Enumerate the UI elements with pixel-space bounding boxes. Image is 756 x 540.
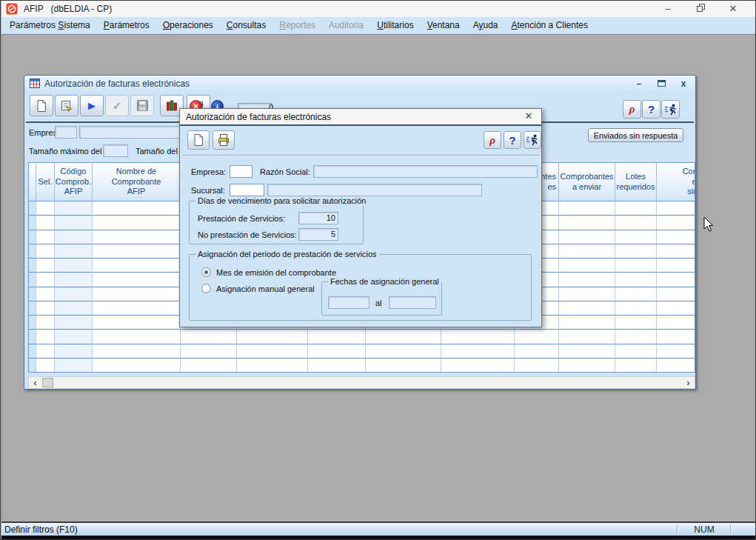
table-cell[interactable]: [55, 359, 93, 373]
table-cell[interactable]: [93, 244, 181, 259]
scroll-right-button[interactable]: ›: [682, 377, 695, 388]
radio-mes-emision[interactable]: [201, 267, 211, 277]
table-cell[interactable]: [657, 359, 695, 373]
dialog-empresa-input[interactable]: [230, 165, 252, 178]
table-cell[interactable]: [93, 287, 181, 301]
new-document-button[interactable]: [30, 95, 53, 116]
child-minimize-button[interactable]: –: [633, 79, 645, 89]
child-maximize-button[interactable]: [655, 79, 667, 89]
table-cell[interactable]: [615, 259, 657, 273]
table-cell[interactable]: [615, 201, 657, 216]
table-cell[interactable]: [559, 230, 615, 244]
table-cell[interactable]: [559, 201, 615, 216]
scroll-left-button[interactable]: ‹: [29, 377, 41, 388]
no-prestacion-field[interactable]: 5: [298, 228, 338, 241]
exit-button[interactable]: [661, 100, 680, 119]
table-cell[interactable]: [36, 216, 55, 230]
dialog-new-button[interactable]: [187, 130, 210, 150]
table-cell[interactable]: [93, 301, 181, 316]
dialog-print-button[interactable]: [213, 130, 235, 150]
scrollbar-thumb[interactable]: [42, 378, 53, 387]
enviados-sin-respuesta-button[interactable]: Enviados sin respuesta: [588, 128, 683, 142]
table-cell[interactable]: [657, 344, 695, 359]
table-cell[interactable]: [657, 259, 695, 273]
menu-item-2[interactable]: Operaciones: [156, 18, 220, 33]
column-header-2[interactable]: Código Comprob. AFIP: [55, 163, 93, 201]
radio-asignacion-manual[interactable]: [201, 284, 211, 293]
column-header-1[interactable]: Sel.: [36, 163, 55, 201]
menu-item-7[interactable]: Ventana: [421, 18, 466, 33]
table-row[interactable]: [29, 330, 695, 344]
menu-item-3[interactable]: Consultas: [220, 18, 272, 33]
column-header-12[interactable]: Comproba enviado sin respu: [657, 163, 695, 201]
table-cell[interactable]: [237, 330, 308, 344]
table-cell[interactable]: [559, 359, 615, 373]
table-cell[interactable]: [36, 201, 55, 216]
minimize-button[interactable]: –: [652, 1, 684, 17]
table-cell[interactable]: [657, 201, 695, 216]
properties-button[interactable]: [55, 95, 78, 116]
table-cell[interactable]: [181, 330, 237, 344]
table-cell[interactable]: [515, 344, 559, 359]
table-cell[interactable]: [55, 216, 93, 230]
lote-max-field[interactable]: [103, 144, 128, 157]
table-cell[interactable]: [29, 301, 36, 316]
table-cell[interactable]: [93, 359, 181, 373]
table-cell[interactable]: [55, 273, 93, 287]
child-close-button[interactable]: x: [678, 79, 689, 89]
table-cell[interactable]: [93, 259, 181, 273]
horizontal-scrollbar[interactable]: ‹ ›: [28, 376, 695, 389]
table-cell[interactable]: [29, 259, 36, 273]
table-cell[interactable]: [181, 359, 237, 373]
table-cell[interactable]: [29, 244, 36, 259]
menu-item-1[interactable]: Parámetros: [97, 18, 156, 33]
table-cell[interactable]: [615, 273, 657, 287]
table-cell[interactable]: [93, 316, 181, 330]
table-cell[interactable]: [657, 273, 695, 287]
table-cell[interactable]: [559, 273, 615, 287]
table-cell[interactable]: [29, 316, 36, 330]
table-cell[interactable]: [29, 201, 36, 216]
table-cell[interactable]: [55, 316, 93, 330]
table-cell[interactable]: [657, 301, 695, 316]
table-cell[interactable]: [36, 330, 55, 344]
table-cell[interactable]: [657, 230, 695, 244]
confirm-button[interactable]: ✓: [105, 95, 129, 116]
table-row[interactable]: [29, 359, 695, 373]
column-header-10[interactable]: Comprobantes a enviar: [559, 163, 615, 201]
dialog-help-button[interactable]: ?: [504, 131, 521, 149]
table-cell[interactable]: [657, 216, 695, 230]
table-cell[interactable]: [308, 330, 366, 344]
table-cell[interactable]: [657, 244, 695, 259]
table-cell[interactable]: [93, 330, 181, 344]
table-cell[interactable]: [55, 244, 93, 259]
table-cell[interactable]: [559, 216, 615, 230]
dialog-filter-button[interactable]: ρ: [484, 131, 501, 149]
table-cell[interactable]: [559, 316, 615, 330]
table-cell[interactable]: [657, 287, 695, 301]
table-cell[interactable]: [55, 230, 93, 244]
table-cell[interactable]: [29, 330, 36, 344]
help-button[interactable]: ?: [642, 100, 660, 119]
menu-item-8[interactable]: Ayuda: [466, 18, 505, 33]
dialog-exit-button[interactable]: [523, 131, 541, 149]
table-cell[interactable]: [36, 259, 55, 273]
table-cell[interactable]: [55, 201, 93, 216]
table-cell[interactable]: [36, 244, 55, 259]
table-cell[interactable]: [55, 287, 93, 301]
table-cell[interactable]: [559, 301, 615, 316]
table-cell[interactable]: [93, 216, 181, 230]
table-cell[interactable]: [55, 344, 93, 359]
table-cell[interactable]: [657, 330, 695, 344]
menu-item-9[interactable]: Atención a Clientes: [505, 18, 595, 33]
table-cell[interactable]: [615, 344, 657, 359]
table-cell[interactable]: [515, 330, 559, 344]
table-cell[interactable]: [366, 344, 441, 359]
table-cell[interactable]: [308, 359, 366, 373]
table-cell[interactable]: [93, 273, 181, 287]
save-button[interactable]: [130, 95, 154, 116]
table-cell[interactable]: [615, 301, 657, 316]
table-cell[interactable]: [93, 201, 181, 216]
table-cell[interactable]: [36, 316, 55, 330]
table-cell[interactable]: [366, 330, 441, 344]
